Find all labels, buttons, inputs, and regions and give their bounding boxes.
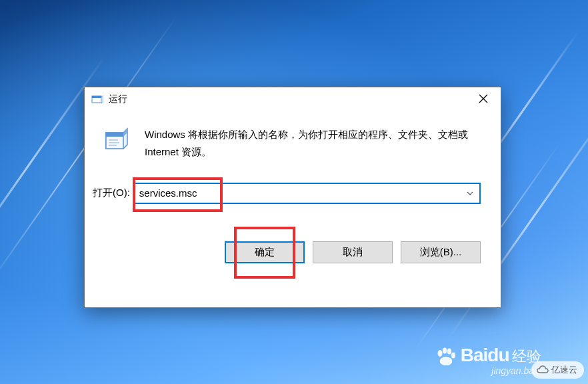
run-dialog-icon [91, 95, 103, 104]
open-combobox[interactable] [133, 183, 481, 204]
dialog-title: 运行 [109, 93, 467, 105]
browse-button[interactable]: 浏览(B)... [401, 241, 481, 263]
run-program-icon [102, 125, 131, 154]
yisu-watermark: 亿速云 [531, 361, 584, 379]
open-label: 打开(O): [93, 187, 130, 199]
cloud-icon [537, 365, 549, 375]
open-input[interactable] [134, 187, 461, 199]
ok-button[interactable]: 确定 [225, 241, 305, 263]
baidu-watermark: Baidu 经验 jingyan.baid [435, 345, 541, 376]
svg-point-10 [443, 348, 447, 354]
svg-point-9 [437, 350, 442, 357]
svg-point-11 [447, 349, 451, 355]
dropdown-arrow[interactable] [461, 191, 479, 195]
svg-rect-5 [106, 133, 123, 137]
close-icon [479, 94, 488, 103]
titlebar[interactable]: 运行 [85, 87, 501, 111]
baidu-brand-text: Baidu [461, 345, 509, 365]
yisu-text: 亿速云 [551, 364, 577, 376]
run-dialog: 运行 Windows 将根据你所输入的名称，为你打开相应的程序、文件夹、文档或 … [84, 87, 501, 308]
baidu-subtext: jingyan.baid [435, 365, 541, 376]
chevron-down-icon [467, 191, 473, 195]
cancel-button[interactable]: 取消 [313, 241, 393, 263]
close-button[interactable] [467, 88, 499, 109]
dialog-description: Windows 将根据你所输入的名称，为你打开相应的程序、文件夹、文档或 Int… [145, 125, 481, 161]
paw-icon [435, 347, 457, 367]
svg-point-12 [451, 353, 455, 359]
svg-rect-1 [92, 96, 101, 98]
